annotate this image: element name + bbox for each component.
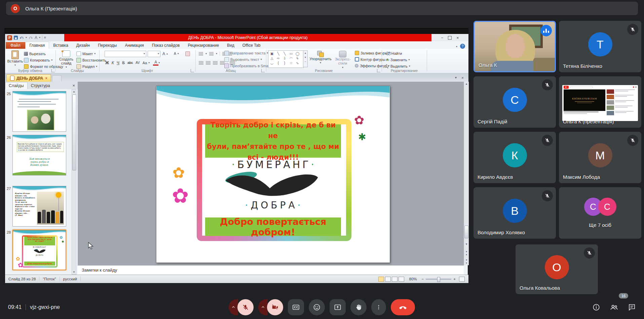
tab-home[interactable]: Главная [25, 42, 49, 49]
slide-sorter-view-button[interactable] [385, 277, 391, 282]
shape-effects-button[interactable]: Эффекты фигур▾ [355, 63, 389, 68]
layout-button[interactable]: Макет▾ [76, 51, 96, 56]
quick-styles-button[interactable]: Экспресс-стили▾ [332, 51, 353, 70]
qat-customize-icon[interactable]: ≡ [44, 36, 46, 39]
slide-thumbnail-26[interactable]: Важливо бути добрим не тільки в цей день… [12, 135, 66, 175]
bold-button[interactable]: Ж [104, 61, 110, 65]
zoom-out-button[interactable]: − [420, 277, 426, 281]
zoom-level[interactable]: 80% [409, 277, 417, 281]
shapes-scroll[interactable]: ▴▾− [303, 50, 308, 67]
font-dialog-launcher[interactable] [191, 69, 194, 72]
participant-tile[interactable]: Т Тетяна Біліченко [559, 21, 641, 72]
panel-tab-outline[interactable]: Структура [28, 82, 53, 89]
camera-control[interactable] [258, 299, 283, 315]
italic-button[interactable]: К [110, 61, 115, 65]
participant-tile[interactable]: С Сергій Падій [473, 76, 556, 128]
undo-icon[interactable] [20, 36, 24, 40]
align-text-button[interactable]: Выровнять текст▾ [224, 57, 262, 62]
font-color-button[interactable]: A [153, 60, 158, 66]
tab-transitions[interactable]: Переходы [94, 42, 121, 49]
new-document-tab[interactable] [52, 75, 62, 82]
reactions-button[interactable] [309, 299, 325, 315]
tab-slideshow[interactable]: Показ слайдов [148, 42, 184, 49]
notes-pane[interactable]: Заметки к слайду [78, 265, 464, 275]
arrange-button[interactable]: Упорядочить▾ [310, 51, 331, 65]
help-icon[interactable]: ? [460, 44, 465, 49]
participants-icon[interactable] [610, 303, 618, 312]
font-name-input[interactable]: ▾ [105, 51, 146, 57]
undo-caret-icon[interactable]: ▾ [26, 36, 27, 39]
participant-tile[interactable]: К Кирило Авдєєв [473, 132, 556, 183]
shrink-font-button[interactable]: A▾ [174, 51, 179, 56]
more-options-button[interactable] [371, 299, 386, 315]
raise-hand-button[interactable] [350, 299, 367, 315]
quick-access-toolbar[interactable]: P ▾ А ▾ ≡ [5, 34, 64, 41]
participant-tile[interactable]: О Ольга Ковальова [516, 244, 598, 294]
shape-outline-button[interactable]: Контур фигуры▾ [355, 57, 388, 62]
tab-view[interactable]: Вид [223, 42, 238, 49]
presentation-tile[interactable]: КИЇВНАУКФІЛЬМ Ольга К (презентація) [559, 76, 641, 128]
camera-options-chevron-icon[interactable] [258, 299, 268, 315]
slide-scrollbar[interactable]: ▲ ▼ ▴▴ ▾▾ [464, 82, 469, 265]
shape-fill-button[interactable]: Заливка фигуры▾ [355, 50, 390, 55]
drawing-dialog-launcher[interactable] [377, 69, 380, 72]
tab-design[interactable]: Дизайн [72, 42, 94, 49]
participant-tile[interactable]: В Володимир Холявко [473, 187, 556, 239]
replace-button[interactable]: abЗаменить▾ [386, 57, 410, 62]
tab-bar-close-icon[interactable]: × [461, 76, 464, 80]
slide-thumbnail-28[interactable]: Творіть добро і скрізь, де б ви не були,… [12, 230, 66, 270]
mic-options-chevron-icon[interactable] [229, 299, 238, 315]
zoom-slider[interactable] [426, 279, 451, 280]
next-slide-button[interactable]: ▾▾ [464, 258, 469, 265]
select-button[interactable]: Выделить▾ [386, 64, 410, 69]
paste-button[interactable]: Вставить▾ [8, 50, 23, 67]
new-slide-button[interactable]: ✱ Создать слайд▾ [58, 50, 75, 69]
captions-button[interactable] [288, 299, 304, 315]
save-icon[interactable] [14, 36, 18, 40]
tab-office-tab[interactable]: Office Tab [238, 42, 265, 49]
zoom-in-button[interactable]: + [451, 277, 458, 281]
participant-tile[interactable]: М Максим Лобода [559, 132, 641, 183]
close-button[interactable]: × [456, 35, 459, 40]
pinned-presentation-banner[interactable]: О Ольга К (Презентація) [6, 2, 638, 15]
mic-control[interactable] [229, 299, 254, 315]
reading-view-button[interactable] [392, 277, 397, 282]
restore-button[interactable] [448, 36, 452, 40]
paragraph-dialog-launcher[interactable] [261, 69, 265, 72]
slide-thumbnail-25[interactable] [12, 91, 66, 132]
tab-review[interactable]: Рецензирование [184, 42, 223, 49]
camera-off-button[interactable] [267, 299, 283, 315]
minimize-button[interactable]: − [441, 36, 443, 40]
panel-tab-slides[interactable]: Слайды [5, 82, 28, 89]
meeting-details-icon[interactable] [592, 303, 600, 311]
change-case-button[interactable]: Aa [141, 61, 148, 65]
shapes-gallery[interactable]: ▣╲╲▭◯△⇨⇩◠ϟ◡{}☆∿ [268, 50, 304, 68]
document-tab-close-icon[interactable]: × [45, 76, 47, 81]
font-tool-icon[interactable]: А [35, 36, 37, 40]
copy-button[interactable]: Копировать▾ [24, 57, 52, 63]
previous-slide-button[interactable]: ▴▴ [464, 250, 469, 256]
tab-list-dropdown-icon[interactable]: ▾ [455, 76, 457, 80]
tab-animations[interactable]: Анимация [121, 42, 148, 49]
end-call-button[interactable] [391, 299, 415, 315]
strike-abc-button[interactable]: abc [126, 61, 134, 65]
panel-scrollbar[interactable]: ▲ ▼ [72, 89, 76, 275]
char-spacing-button[interactable]: AV [134, 61, 141, 65]
clipboard-dialog-launcher[interactable] [51, 69, 55, 72]
tab-file[interactable]: Файл [6, 42, 25, 49]
grow-font-button[interactable]: A▴ [162, 51, 168, 56]
underline-button[interactable]: Ч [115, 61, 121, 65]
panel-close-icon[interactable]: × [70, 82, 78, 89]
document-tab[interactable]: ДЕНЬ ДОБРА × [6, 74, 51, 82]
reset-button[interactable]: Восстановить [76, 57, 106, 63]
slide-thumbnail-27[interactable]: Кажімо більше ніжних слів, Комусь всміха… [12, 186, 66, 227]
overflow-tile[interactable]: С С Ще 7 осіб [559, 187, 641, 239]
fit-to-window-button[interactable] [459, 277, 465, 282]
current-slide[interactable]: Творіть добро і скрізь, де б ви не були,… [156, 86, 390, 263]
minimize-ribbon-icon[interactable]: ▴ [456, 45, 457, 48]
slideshow-view-button[interactable] [399, 277, 404, 282]
redo-icon[interactable] [29, 36, 33, 40]
clear-formatting-button[interactable] [185, 51, 190, 56]
strikethrough-button[interactable]: S [121, 61, 126, 65]
tab-insert[interactable]: Вставка [49, 42, 72, 49]
